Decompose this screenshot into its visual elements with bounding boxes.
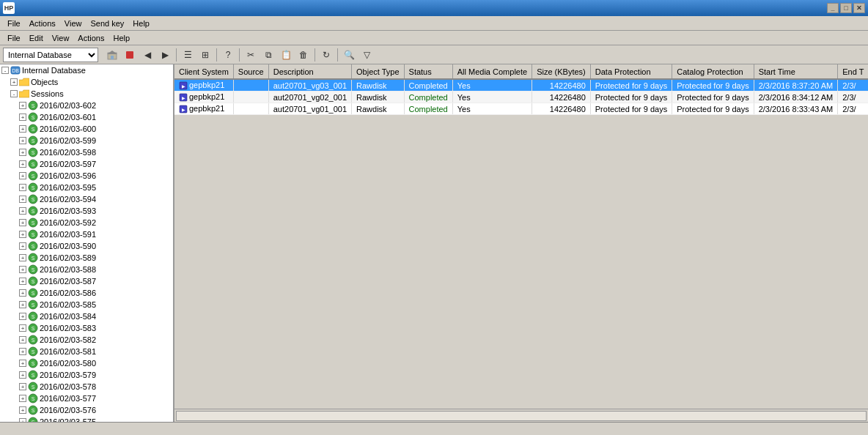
expand-s598[interactable]: +: [19, 149, 26, 156]
toolbar-cut-btn[interactable]: ✂: [243, 48, 259, 62]
expand-s592[interactable]: +: [19, 219, 26, 226]
toolbar-back-btn[interactable]: ◀: [139, 48, 155, 62]
submenu-file[interactable]: File: [3, 32, 25, 44]
tree-node-s581[interactable]: + S 2016/02/03-581: [0, 346, 173, 357]
tree-node-s589[interactable]: + S 2016/02/03-589: [0, 252, 173, 264]
toolbar-list-btn[interactable]: ☰: [180, 48, 196, 62]
col-media[interactable]: All Media Complete: [452, 64, 532, 79]
expand-s591[interactable]: +: [19, 231, 26, 238]
expand-s581[interactable]: +: [19, 348, 26, 355]
toolbar-help-btn[interactable]: ?: [220, 48, 236, 62]
expand-s586[interactable]: +: [19, 289, 26, 297]
col-start[interactable]: Start Time: [754, 64, 838, 79]
tree-node-objects[interactable]: + Objects: [0, 76, 173, 88]
menu-help[interactable]: Help: [128, 18, 154, 29]
tree-node-s577[interactable]: + S 2016/02/03-577: [0, 393, 173, 404]
expand-s602[interactable]: +: [19, 102, 26, 109]
tree-node-s578[interactable]: + S 2016/02/03-578: [0, 381, 173, 393]
col-type[interactable]: Object Type: [352, 64, 405, 79]
table-row[interactable]: ▶gepbkp21aut20701_vg01_001RawdiskComplet…: [174, 103, 868, 115]
tree-node-s582[interactable]: + S 2016/02/03-582: [0, 334, 173, 346]
expand-s590[interactable]: +: [19, 242, 26, 250]
expand-s599[interactable]: +: [19, 137, 26, 144]
toolbar-stop-btn[interactable]: [122, 48, 138, 62]
tree-node-s585[interactable]: + S 2016/02/03-585: [0, 299, 173, 311]
tree-scroll[interactable]: - DB Internal Database + Objects -: [0, 64, 173, 422]
bottom-scrollbar[interactable]: [174, 409, 868, 422]
expand-s593[interactable]: +: [19, 207, 26, 215]
tree-node-s591[interactable]: + S 2016/02/03-591: [0, 228, 173, 240]
col-status[interactable]: Status: [404, 64, 452, 79]
col-catalog-protection[interactable]: Catalog Protection: [672, 64, 754, 79]
tree-node-s588[interactable]: + S 2016/02/03-588: [0, 264, 173, 275]
toolbar-paste-btn[interactable]: 📋: [278, 48, 294, 62]
expand-s575[interactable]: +: [19, 418, 26, 422]
expand-s585[interactable]: +: [19, 301, 26, 308]
menu-sendkey[interactable]: Send key: [86, 18, 128, 29]
toolbar-grid-btn[interactable]: ⊞: [197, 48, 213, 62]
toolbar-home-btn[interactable]: [104, 48, 120, 62]
toolbar-search-btn[interactable]: 🔍: [341, 48, 357, 62]
expand-s576[interactable]: +: [19, 406, 26, 414]
tree-node-s583[interactable]: + S 2016/02/03-583: [0, 322, 173, 334]
expand-s596[interactable]: +: [19, 172, 26, 179]
tree-node-s596[interactable]: + S 2016/02/03-596: [0, 170, 173, 182]
col-desc[interactable]: Description: [268, 64, 351, 79]
tree-node-s598[interactable]: + S 2016/02/03-598: [0, 146, 173, 158]
submenu-view[interactable]: View: [48, 32, 74, 44]
tree-node-sessions[interactable]: - Sessions: [0, 88, 173, 100]
tree-node-internal-db[interactable]: - DB Internal Database: [0, 64, 173, 76]
tree-node-s575[interactable]: + S 2016/02/03-575: [0, 416, 173, 422]
expand-s577[interactable]: +: [19, 395, 26, 402]
scope-dropdown[interactable]: Internal Database: [3, 48, 98, 62]
tree-node-s587[interactable]: + S 2016/02/03-587: [0, 275, 173, 287]
toolbar-refresh-btn[interactable]: ↻: [318, 48, 334, 62]
menu-actions[interactable]: Actions: [25, 18, 60, 29]
submenu-edit[interactable]: Edit: [25, 32, 48, 44]
col-client[interactable]: Client System: [174, 64, 233, 79]
expand-s580[interactable]: +: [19, 360, 26, 367]
toolbar-delete-btn[interactable]: 🗑: [295, 48, 312, 62]
col-size[interactable]: Size (KBytes): [532, 64, 591, 79]
tree-node-s593[interactable]: + S 2016/02/03-593: [0, 205, 173, 217]
expand-s601[interactable]: +: [19, 114, 26, 121]
table-scroll[interactable]: Client System Source Description Object …: [174, 64, 868, 409]
menu-view[interactable]: View: [60, 18, 87, 29]
expand-s588[interactable]: +: [19, 266, 26, 273]
expand-s587[interactable]: +: [19, 278, 26, 285]
tree-node-s594[interactable]: + S 2016/02/03-594: [0, 193, 173, 205]
table-row[interactable]: ▶gepbkp21aut20701_vg02_001RawdiskComplet…: [174, 92, 868, 103]
tree-node-s600[interactable]: + S 2016/02/03-600: [0, 123, 173, 135]
toolbar-fwd-btn[interactable]: ▶: [157, 48, 173, 62]
expand-sessions[interactable]: -: [10, 90, 18, 97]
tree-node-s586[interactable]: + S 2016/02/03-586: [0, 287, 173, 299]
menu-file[interactable]: File: [3, 18, 25, 29]
minimize-button[interactable]: _: [827, 3, 839, 13]
col-end[interactable]: End T: [838, 64, 868, 79]
expand-s583[interactable]: +: [19, 324, 26, 332]
tree-node-s576[interactable]: + S 2016/02/03-576: [0, 404, 173, 416]
tree-node-s602[interactable]: + S 2016/02/03-602: [0, 100, 173, 111]
expand-s597[interactable]: +: [19, 160, 26, 168]
tree-node-s599[interactable]: + S 2016/02/03-599: [0, 135, 173, 146]
col-data-protection[interactable]: Data Protection: [590, 64, 672, 79]
toolbar-filter-btn[interactable]: ▽: [358, 48, 375, 62]
expand-s595[interactable]: +: [19, 184, 26, 191]
tree-node-s601[interactable]: + S 2016/02/03-601: [0, 111, 173, 123]
expand-s579[interactable]: +: [19, 371, 26, 379]
maximize-button[interactable]: □: [840, 3, 852, 13]
close-button[interactable]: ✕: [853, 3, 865, 13]
expand-s600[interactable]: +: [19, 125, 26, 133]
toolbar-copy-btn[interactable]: ⧉: [260, 48, 276, 62]
expand-s578[interactable]: +: [19, 383, 26, 390]
tree-node-s597[interactable]: + S 2016/02/03-597: [0, 158, 173, 170]
tree-node-s592[interactable]: + S 2016/02/03-592: [0, 217, 173, 228]
table-row[interactable]: ▶gepbkp21aut20701_vg03_001RawdiskComplet…: [174, 79, 868, 92]
expand-s594[interactable]: +: [19, 196, 26, 203]
expand-s589[interactable]: +: [19, 254, 26, 261]
expand-s584[interactable]: +: [19, 313, 26, 320]
submenu-help[interactable]: Help: [108, 32, 134, 44]
expand-objects[interactable]: +: [10, 78, 18, 86]
expand-internal-db[interactable]: -: [1, 67, 9, 74]
submenu-actions[interactable]: Actions: [73, 32, 108, 44]
